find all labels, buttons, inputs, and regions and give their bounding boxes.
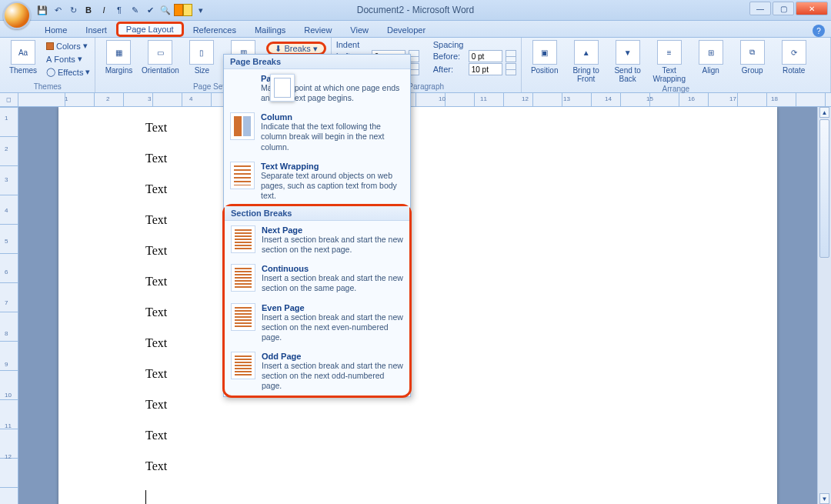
text-cursor (145, 490, 146, 504)
title-bar: 💾 ↶ ↻ B I ¶ ✎ ✔ 🔍 ▾ Document2 - Microsof… (0, 0, 831, 21)
help-icon[interactable]: ? (813, 25, 825, 37)
tab-developer[interactable]: Developer (378, 23, 435, 37)
break-continuous[interactable]: ContinuousInsert a section break and sta… (225, 259, 409, 298)
bold-icon[interactable]: B (82, 3, 95, 17)
tab-insert[interactable]: Insert (76, 23, 116, 37)
align-button[interactable]: ⊞Align (692, 40, 729, 75)
maximize-button[interactable]: ▢ (773, 2, 794, 15)
ruler-corner[interactable]: ◻ (0, 93, 18, 107)
breaks-section-page-breaks: Page Breaks (224, 55, 410, 69)
document-text-line[interactable]: Text (145, 459, 167, 473)
tab-view[interactable]: View (341, 23, 378, 37)
ruler-tick: 9 (5, 361, 8, 368)
scroll-up-icon[interactable]: ▲ (819, 107, 829, 118)
bring-to-front-button[interactable]: ▲Bring to Front (568, 40, 605, 83)
effects-icon: ◯ (46, 67, 55, 77)
document-text-line[interactable]: Text (145, 336, 167, 350)
pilcrow-icon[interactable]: ¶ (112, 3, 126, 17)
break-next-page[interactable]: Next PageInsert a section break and star… (225, 221, 409, 259)
document-text-line[interactable]: Text (145, 429, 167, 442)
send-to-back-button[interactable]: ▼Send to Back (609, 40, 646, 83)
text-wrap-icon: ≡ (657, 40, 682, 65)
spacing-before-input[interactable] (469, 50, 502, 62)
vertical-scrollbar[interactable]: ▲ ▼ (817, 107, 831, 504)
ruler-tick: 16 (688, 95, 695, 102)
save-icon[interactable]: 💾 (35, 3, 49, 17)
scroll-thumb[interactable] (819, 119, 829, 258)
redo-icon[interactable]: ↻ (66, 3, 80, 17)
spellcheck-icon[interactable]: ✔ (143, 3, 157, 17)
margins-icon: ▦ (106, 40, 131, 65)
bring-front-icon: ▲ (574, 40, 599, 65)
group-label-themes: Themes (5, 81, 90, 92)
theme-effects-button[interactable]: ◯Effects ▾ (46, 66, 90, 78)
ruler-tick: 1 (5, 115, 8, 122)
break-even-page[interactable]: Even PageInsert a section break and star… (225, 299, 409, 347)
orientation-button[interactable]: ▭Orientation (142, 40, 179, 75)
spinner-icon[interactable] (506, 63, 516, 75)
document-text-line[interactable]: Text (145, 398, 167, 412)
ribbon-tab-row: Home Insert Page Layout References Maili… (0, 21, 831, 38)
spinner-icon[interactable] (506, 50, 516, 62)
orientation-icon: ▭ (148, 40, 172, 65)
even-page-break-icon (231, 303, 255, 331)
ruler-tick: 17 (729, 95, 736, 102)
document-text-line[interactable]: Text (145, 244, 167, 258)
position-button[interactable]: ▣Position (526, 40, 563, 75)
themes-button[interactable]: AaThemes (5, 40, 42, 75)
break-text-wrapping[interactable]: Text WrappingSeparate text around object… (224, 157, 410, 205)
ruler-tick: 10 (439, 95, 446, 102)
next-page-break-icon (231, 225, 255, 253)
breaks-dropdown: Page Breaks PageMark the point at which … (223, 54, 411, 397)
scroll-down-icon[interactable]: ▼ (819, 493, 829, 504)
qat-dropdown-icon[interactable]: ▾ (194, 3, 208, 17)
minimize-button[interactable]: — (749, 2, 771, 15)
ruler-tick: 10 (5, 392, 12, 399)
ruler-horizontal[interactable]: 123456789101112131415161718 (18, 93, 831, 107)
highlight-toggle[interactable] (174, 4, 192, 16)
document-text-line[interactable]: Text (145, 275, 167, 289)
themes-icon: Aa (11, 40, 35, 65)
document-text-line[interactable]: Text (145, 182, 167, 196)
group-icon: ⧉ (740, 40, 765, 65)
break-column[interactable]: ColumnIndicate that the text following t… (224, 108, 410, 156)
close-button[interactable] (796, 2, 828, 15)
document-text-line[interactable]: Text (145, 367, 167, 381)
tab-references[interactable]: References (184, 23, 245, 37)
break-page[interactable]: PageMark the point at which one page end… (224, 69, 410, 108)
continuous-break-icon (231, 264, 255, 292)
format-painter-icon[interactable]: ✎ (128, 3, 142, 17)
zoom-icon[interactable]: 🔍 (159, 3, 172, 17)
size-button[interactable]: ▯Size (183, 40, 220, 75)
ruler-tick: 18 (771, 95, 778, 102)
break-odd-page[interactable]: Odd PageInsert a section break and start… (225, 347, 409, 396)
rotate-button[interactable]: ⟳Rotate (776, 40, 813, 75)
document-text-line[interactable]: Text (145, 213, 167, 227)
undo-icon[interactable]: ↶ (51, 3, 65, 17)
theme-colors-button[interactable]: Colors ▾ (46, 40, 90, 52)
margins-button[interactable]: ▦Margins (100, 40, 137, 75)
document-text-line[interactable]: Text (145, 305, 167, 319)
tab-review[interactable]: Review (295, 23, 341, 37)
document-text-line[interactable]: Text (145, 152, 167, 165)
spacing-after-label: After: (433, 65, 466, 74)
group-arrange: ▣Position ▲Bring to Front ▼Send to Back … (522, 38, 831, 92)
odd-page-break-icon (231, 352, 255, 379)
tab-page-layout[interactable]: Page Layout (116, 22, 184, 37)
italic-icon[interactable]: I (97, 3, 111, 17)
ruler-tick: 1 (65, 95, 68, 102)
group-themes: AaThemes Colors ▾ AFonts ▾ ◯Effects ▾ Th… (0, 38, 95, 92)
tab-mailings[interactable]: Mailings (245, 23, 295, 37)
ruler-tick: 14 (605, 95, 612, 102)
document-page[interactable]: TextTextTextTextTextTextTextTextTextText… (58, 107, 777, 504)
spacing-after-input[interactable] (469, 63, 502, 75)
tab-home[interactable]: Home (35, 23, 76, 37)
document-area: TextTextTextTextTextTextTextTextTextText… (18, 107, 817, 504)
position-icon: ▣ (532, 40, 557, 65)
document-text-line[interactable]: Text (145, 121, 167, 135)
group-button[interactable]: ⧉Group (734, 40, 771, 75)
ruler-vertical[interactable]: 123456789101112 (0, 107, 18, 504)
text-wrapping-button[interactable]: ≡Text Wrapping (651, 40, 688, 83)
theme-fonts-button[interactable]: AFonts ▾ (46, 53, 90, 65)
office-button[interactable] (3, 2, 31, 29)
